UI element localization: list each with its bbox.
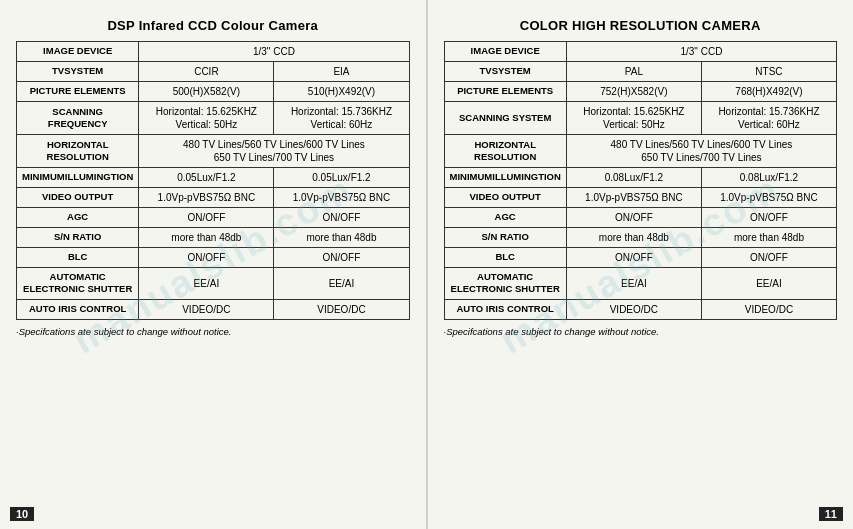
row-value-col2: Horizontal: 15.736KHZ Vertical: 60Hz bbox=[701, 102, 836, 135]
row-value-wide: 480 TV Lines/560 TV Lines/600 TV Lines 6… bbox=[566, 135, 836, 168]
row-value-col1: VIDEO/DC bbox=[139, 299, 274, 319]
row-value-col2: 0.05Lux/F1.2 bbox=[274, 168, 409, 188]
table-row: PICTURE ELEMENTS752(H)X582(V)768(H)X492(… bbox=[444, 82, 837, 102]
table-row: AUTOMATIC ELECTRONIC SHUTTEREE/AIEE/AI bbox=[17, 268, 410, 300]
row-label: AGC bbox=[17, 208, 139, 228]
table-row: MINIMUMILLUMINGTION0.05Lux/F1.20.05Lux/F… bbox=[17, 168, 410, 188]
right-page-title: COLOR HIGH RESOLUTION CAMERA bbox=[444, 18, 838, 33]
row-value-col2: ON/OFF bbox=[701, 208, 836, 228]
table-row: IMAGE DEVICE1/3" CCD bbox=[17, 42, 410, 62]
left-page-note: ·Specifcations ate subject to change wit… bbox=[16, 326, 410, 337]
row-label: AGC bbox=[444, 208, 566, 228]
row-value-col2: NTSC bbox=[701, 62, 836, 82]
row-value-col1: Horizontal: 15.625KHZ Vertical: 50Hz bbox=[566, 102, 701, 135]
row-value-wide: 1/3" CCD bbox=[566, 42, 836, 62]
table-row: AGCON/OFFON/OFF bbox=[444, 208, 837, 228]
table-row: IMAGE DEVICE1/3" CCD bbox=[444, 42, 837, 62]
row-label: AUTOMATIC ELECTRONIC SHUTTER bbox=[444, 268, 566, 300]
row-label: VIDEO OUTPUT bbox=[444, 188, 566, 208]
row-value-wide: 1/3" CCD bbox=[139, 42, 409, 62]
left-page-number: 10 bbox=[10, 507, 34, 521]
right-page-number: 11 bbox=[819, 507, 843, 521]
table-row: AUTO IRIS CONTROLVIDEO/DCVIDEO/DC bbox=[444, 299, 837, 319]
row-value-col1: more than 48db bbox=[139, 228, 274, 248]
row-value-col1: ON/OFF bbox=[566, 208, 701, 228]
row-value-col1: ON/OFF bbox=[566, 248, 701, 268]
row-value-col2: 510(H)X492(V) bbox=[274, 82, 409, 102]
row-label: VIDEO OUTPUT bbox=[17, 188, 139, 208]
right-page-note: ·Specifcations ate subject to change wit… bbox=[444, 326, 838, 337]
row-value-col1: VIDEO/DC bbox=[566, 299, 701, 319]
row-value-col1: 1.0Vp-pVBS75Ω BNC bbox=[566, 188, 701, 208]
row-label: TVSYSTEM bbox=[17, 62, 139, 82]
row-value-col1: CCIR bbox=[139, 62, 274, 82]
row-value-col2: 0.08Lux/F1.2 bbox=[701, 168, 836, 188]
row-value-col2: ON/OFF bbox=[274, 248, 409, 268]
row-value-col2: ON/OFF bbox=[274, 208, 409, 228]
row-value-col2: 1.0Vp-pVBS75Ω BNC bbox=[701, 188, 836, 208]
row-label: AUTO IRIS CONTROL bbox=[17, 299, 139, 319]
row-label: SCANNING FREQUENCY bbox=[17, 102, 139, 135]
row-value-col2: 1.0Vp-pVBS75Ω BNC bbox=[274, 188, 409, 208]
row-value-col1: EE/AI bbox=[139, 268, 274, 300]
row-value-col1: ON/OFF bbox=[139, 248, 274, 268]
row-label: MINIMUMILLUMINGTION bbox=[444, 168, 566, 188]
row-label: IMAGE DEVICE bbox=[444, 42, 566, 62]
row-value-col2: Horizontal: 15.736KHZ Vertical: 60Hz bbox=[274, 102, 409, 135]
row-value-col1: more than 48db bbox=[566, 228, 701, 248]
row-label: TVSYSTEM bbox=[444, 62, 566, 82]
row-value-col2: EE/AI bbox=[701, 268, 836, 300]
row-value-col1: 500(H)X582(V) bbox=[139, 82, 274, 102]
table-row: TVSYSTEMCCIREIA bbox=[17, 62, 410, 82]
row-value-col1: Horizontal: 15.625KHZ Vertical: 50Hz bbox=[139, 102, 274, 135]
table-row: HORIZONTAL RESOLUTION480 TV Lines/560 TV… bbox=[444, 135, 837, 168]
left-page-table: IMAGE DEVICE1/3" CCDTVSYSTEMCCIREIAPICTU… bbox=[16, 41, 410, 320]
row-value-col2: more than 48db bbox=[274, 228, 409, 248]
row-label: AUTO IRIS CONTROL bbox=[444, 299, 566, 319]
row-value-col1: 752(H)X582(V) bbox=[566, 82, 701, 102]
row-label: BLC bbox=[17, 248, 139, 268]
row-value-col1: EE/AI bbox=[566, 268, 701, 300]
table-row: S/N RATIOmore than 48dbmore than 48db bbox=[444, 228, 837, 248]
table-row: TVSYSTEMPALNTSC bbox=[444, 62, 837, 82]
table-row: BLCON/OFFON/OFF bbox=[17, 248, 410, 268]
table-row: SCANNING SYSTEMHorizontal: 15.625KHZ Ver… bbox=[444, 102, 837, 135]
row-label: HORIZONTAL RESOLUTION bbox=[17, 135, 139, 168]
table-row: BLCON/OFFON/OFF bbox=[444, 248, 837, 268]
table-row: AGCON/OFFON/OFF bbox=[17, 208, 410, 228]
row-label: HORIZONTAL RESOLUTION bbox=[444, 135, 566, 168]
right-page-table: IMAGE DEVICE1/3" CCDTVSYSTEMPALNTSCPICTU… bbox=[444, 41, 838, 320]
table-row: SCANNING FREQUENCYHorizontal: 15.625KHZ … bbox=[17, 102, 410, 135]
row-value-col1: 1.0Vp-pVBS75Ω BNC bbox=[139, 188, 274, 208]
row-label: S/N RATIO bbox=[444, 228, 566, 248]
row-label: PICTURE ELEMENTS bbox=[17, 82, 139, 102]
row-value-col2: EE/AI bbox=[274, 268, 409, 300]
row-label: BLC bbox=[444, 248, 566, 268]
left-page-title: DSP Infared CCD Colour Camera bbox=[16, 18, 410, 33]
row-value-col2: more than 48db bbox=[701, 228, 836, 248]
right-page: COLOR HIGH RESOLUTION CAMERA IMAGE DEVIC… bbox=[428, 0, 854, 529]
table-row: HORIZONTAL RESOLUTION480 TV Lines/560 TV… bbox=[17, 135, 410, 168]
row-value-col2: 768(H)X492(V) bbox=[701, 82, 836, 102]
table-row: S/N RATIOmore than 48dbmore than 48db bbox=[17, 228, 410, 248]
row-value-col2: VIDEO/DC bbox=[274, 299, 409, 319]
row-label: S/N RATIO bbox=[17, 228, 139, 248]
row-value-col1: PAL bbox=[566, 62, 701, 82]
table-row: VIDEO OUTPUT1.0Vp-pVBS75Ω BNC1.0Vp-pVBS7… bbox=[17, 188, 410, 208]
table-row: PICTURE ELEMENTS500(H)X582(V)510(H)X492(… bbox=[17, 82, 410, 102]
row-value-col1: 0.08Lux/F1.2 bbox=[566, 168, 701, 188]
left-page: DSP Infared CCD Colour Camera IMAGE DEVI… bbox=[0, 0, 426, 529]
table-row: VIDEO OUTPUT1.0Vp-pVBS75Ω BNC1.0Vp-pVBS7… bbox=[444, 188, 837, 208]
table-row: MINIMUMILLUMINGTION0.08Lux/F1.20.08Lux/F… bbox=[444, 168, 837, 188]
row-label: IMAGE DEVICE bbox=[17, 42, 139, 62]
table-row: AUTOMATIC ELECTRONIC SHUTTEREE/AIEE/AI bbox=[444, 268, 837, 300]
table-row: AUTO IRIS CONTROLVIDEO/DCVIDEO/DC bbox=[17, 299, 410, 319]
row-value-wide: 480 TV Lines/560 TV Lines/600 TV Lines 6… bbox=[139, 135, 409, 168]
row-label: AUTOMATIC ELECTRONIC SHUTTER bbox=[17, 268, 139, 300]
row-value-col1: 0.05Lux/F1.2 bbox=[139, 168, 274, 188]
row-value-col1: ON/OFF bbox=[139, 208, 274, 228]
row-value-col2: ON/OFF bbox=[701, 248, 836, 268]
row-value-col2: VIDEO/DC bbox=[701, 299, 836, 319]
row-label: MINIMUMILLUMINGTION bbox=[17, 168, 139, 188]
row-value-col2: EIA bbox=[274, 62, 409, 82]
